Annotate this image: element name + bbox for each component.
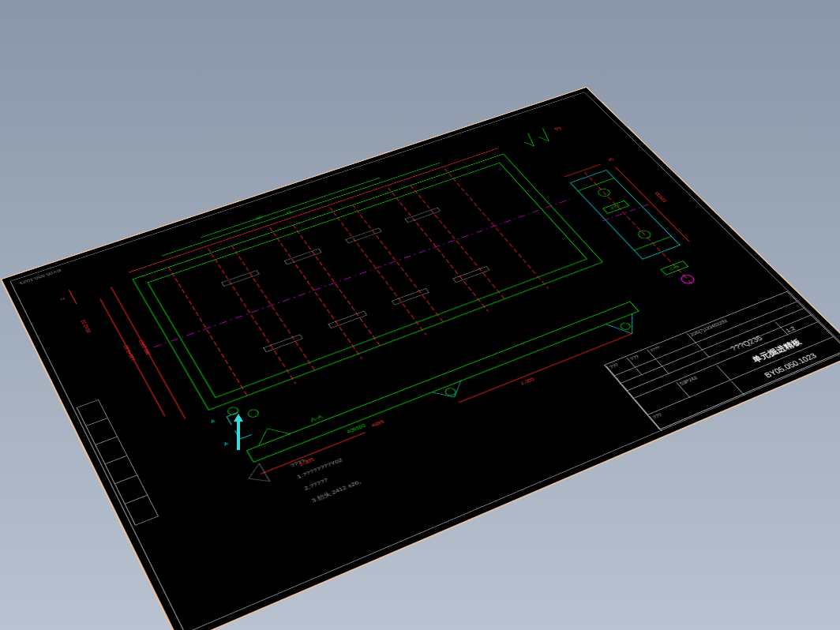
svg-line-8 xyxy=(330,208,426,335)
note-1: ????: xyxy=(289,443,344,469)
svg-line-11 xyxy=(411,186,504,299)
dim-section-3: 4895 xyxy=(370,419,384,428)
svg-line-6 xyxy=(270,227,362,358)
cad-drawing-sheet[interactable]: BY05.050.1023 xyxy=(0,87,840,630)
note-4: 3.抬头 2412 ±26。 xyxy=(310,476,367,504)
dim-section-1: 2-305 xyxy=(298,457,315,467)
svg-line-44 xyxy=(615,167,689,241)
svg-line-2 xyxy=(154,199,569,347)
svg-line-9 xyxy=(353,205,444,322)
svg-line-10 xyxy=(388,188,489,312)
svg-line-5 xyxy=(232,246,315,370)
svg-point-42 xyxy=(679,274,696,285)
dim-section-2: 2-305 xyxy=(519,377,535,385)
svg-rect-0 xyxy=(133,154,602,410)
svg-text:2: 2 xyxy=(58,297,66,301)
svg-line-31 xyxy=(630,302,639,311)
dim-section-4: 408500 xyxy=(346,423,366,434)
svg-line-23 xyxy=(69,290,77,304)
dim-left-2: 360 2007 xyxy=(138,339,152,356)
svg-rect-18 xyxy=(328,311,366,328)
note-3: 2.????? xyxy=(303,465,359,492)
viewport-3d: BY05.050.1023 xyxy=(0,0,840,630)
svg-line-7 xyxy=(293,225,380,346)
svg-line-12 xyxy=(444,169,548,289)
svg-point-32 xyxy=(444,387,457,396)
svg-line-26 xyxy=(201,178,381,238)
svg-point-49 xyxy=(246,408,260,418)
svg-line-30 xyxy=(247,451,254,463)
svg-point-33 xyxy=(619,322,632,331)
drawing-content: 2 xyxy=(2,88,840,630)
svg-line-3 xyxy=(169,267,247,396)
svg-line-45 xyxy=(564,164,601,177)
notes-block: ????: 1.????????Y02 2.????? 3.抬头 2412 ±2… xyxy=(289,443,355,486)
svg-line-25 xyxy=(162,163,440,256)
svg-line-4 xyxy=(208,249,296,384)
view-indicator-icon xyxy=(237,420,240,450)
note-2: 1.????????Y02 xyxy=(296,454,351,480)
svg-rect-1 xyxy=(148,163,587,397)
section-mark-a2: A xyxy=(223,441,229,447)
svg-line-21 xyxy=(111,287,185,418)
cad-geometry: 2 xyxy=(2,88,840,630)
section-mark-a1: A xyxy=(210,418,216,424)
dim-left-1: 120+0.02 xyxy=(122,344,136,361)
svg-line-34 xyxy=(261,433,366,474)
